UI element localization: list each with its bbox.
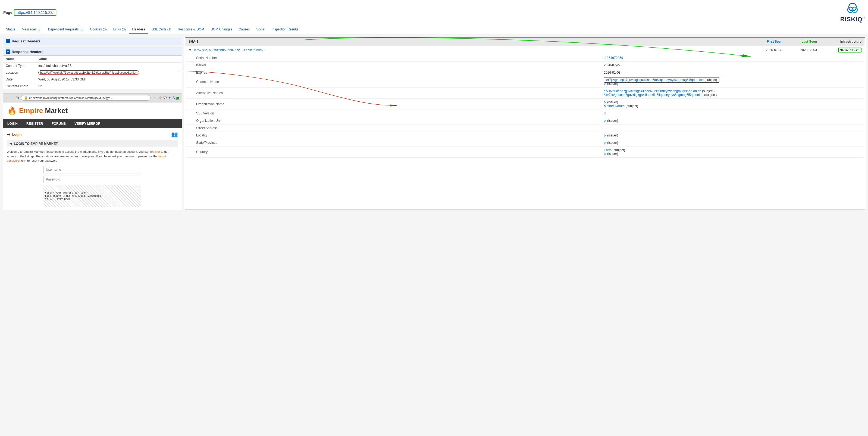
response-headers-table: Name Value Content-Type text/html; chars…: [3, 56, 182, 90]
ssl-detail-street: Street Address: [185, 124, 865, 132]
request-headers-section: + Request Headers: [3, 37, 182, 46]
field-value: -1264972259: [593, 54, 786, 62]
tab-response-dom[interactable]: Response & DOM: [175, 25, 207, 34]
header-name: Content-Type: [3, 62, 36, 69]
shield-icon[interactable]: 🛡: [163, 96, 167, 100]
field-label: Expires: [185, 69, 593, 77]
response-headers-section: + Response Headers Name Value Content-Ty…: [3, 48, 182, 90]
field-value: [593, 124, 786, 132]
empire-nav-forums[interactable]: FORUMS: [47, 119, 70, 128]
field-label: Country: [185, 146, 593, 158]
ssl-detail-locality: Locality pl (issuer): [185, 132, 865, 139]
tab-messages[interactable]: Messages (0): [19, 25, 45, 34]
ssl-detail-serial: Serial Number -1264972259: [185, 54, 865, 62]
password-input[interactable]: [43, 176, 141, 183]
response-headers-header: + Response Headers: [3, 48, 182, 56]
refresh-button[interactable]: ↻: [16, 96, 19, 100]
request-headers-header: + Request Headers: [3, 37, 182, 45]
common-name-subject: (subject): [705, 78, 717, 82]
field-label: Serial Number: [185, 54, 593, 62]
location-value: http://erj7kwqkdkl73ewsuq6stztehx2tehk2a…: [38, 70, 139, 75]
empire-nav-login[interactable]: LOGIN: [3, 119, 22, 128]
ssl-detail-common-name: Common Name er7jkvgriocpq7guvkkgkga4llla…: [185, 77, 865, 88]
field-label: State/Province: [185, 139, 593, 146]
common-name-link[interactable]: er7jkvgriocpq7guvkkgkga4lllaae6lu6ilqirm…: [607, 78, 704, 82]
screenshot-icon[interactable]: ▣: [176, 96, 180, 100]
expand-icon[interactable]: +: [6, 39, 10, 43]
common-name-box: er7jkvgriocpq7guvkkgkga4lllaae6lu6ilqirm…: [604, 77, 720, 83]
tab-ssl-certs[interactable]: SSL Certs (1): [148, 25, 175, 34]
request-headers-title: Request Headers: [12, 39, 40, 43]
username-input[interactable]: [43, 166, 141, 173]
tab-dependent-requests[interactable]: Dependent Requests (0): [45, 25, 87, 34]
extension-icon[interactable]: ✦: [168, 96, 172, 100]
tab-inspection-results[interactable]: Inspection Results: [269, 25, 302, 34]
empire-market-page: 🔥 Empire Market LOGIN REGISTER FORUMS VE…: [3, 103, 182, 210]
captcha-text-1: Verify your address bar link?: [45, 191, 140, 195]
col-first-seen: First Seen: [593, 37, 786, 46]
earth-link[interactable]: Earth: [604, 148, 612, 152]
field-label: Locality: [185, 132, 593, 139]
field-value: er7jkvgriocpq7guvkkgkga4lllaae6lu6ilqirm…: [593, 77, 786, 88]
tab-links[interactable]: Links (0): [110, 25, 129, 34]
ssl-cert-panel: SHA-1 First Seen Last Seen Infrastructur…: [185, 37, 865, 210]
empire-title: Empire Market: [19, 107, 68, 115]
login-section-title: ➡ LOGIN TO EMPIRE MARKET: [7, 140, 178, 147]
sha1-link[interactable]: a757a827682f5ccbb59b5a7c7e111579efb15e60: [194, 48, 264, 52]
tab-cookies[interactable]: Cookies (0): [87, 25, 110, 34]
mother-nature-link[interactable]: Mother Nature: [604, 104, 625, 108]
tab-causes[interactable]: Causes: [236, 25, 253, 34]
main-content: + Request Headers + Response Headers Nam…: [0, 34, 868, 213]
org-unit-pl-link[interactable]: pl: [604, 119, 607, 123]
alt-name-1-link[interactable]: er7jkvgriocpq7guvkkgkga4lllaae6lu6ilqirm…: [604, 89, 701, 93]
org-pl-link[interactable]: pl: [604, 100, 607, 104]
table-row: Date Wed, 05 Aug 2020 17:53:33 GMT: [3, 76, 182, 83]
empire-nav-verify[interactable]: VERIFY MIRROR: [70, 119, 104, 128]
ssl-detail-org-unit: Organization Unit pl (issuer): [185, 117, 865, 124]
ssl-sha-value: ▼ a757a827682f5ccbb59b5a7c7e111579efb15e…: [185, 46, 593, 54]
empire-nav-register[interactable]: REGISTER: [22, 119, 47, 128]
serial-link[interactable]: -1264972259: [604, 56, 623, 60]
alt-name-2-link[interactable]: *.er7jkvgriocpq7guvkkgkga4lllaae6lu6ilqi…: [604, 93, 703, 97]
market-word: Market: [43, 107, 68, 115]
field-value: pl (issuer): [593, 139, 786, 146]
field-value: er7jkvgriocpq7guvkkgkga4lllaae6lu6ilqirm…: [593, 88, 786, 99]
field-label: Organization Name: [185, 99, 593, 110]
left-panel: + Request Headers + Response Headers Nam…: [3, 37, 182, 210]
page-url[interactable]: https://94.140.115.23/: [14, 9, 56, 16]
ssl-last-seen: 2020-08-03: [786, 46, 820, 54]
login-icon: ➡: [9, 142, 12, 146]
more-icon[interactable]: ⋯: [154, 96, 158, 100]
sync-icon[interactable]: S: [173, 96, 175, 100]
logo-area: RISKIQ®: [840, 2, 865, 23]
nav-tabs: Status Messages (0) Dependent Requests (…: [0, 25, 868, 34]
infra-badge[interactable]: 94.140.115.23: [838, 48, 862, 53]
riskiq-logo-text: RISKIQ®: [840, 16, 865, 23]
state-pl-link[interactable]: pl: [604, 141, 607, 145]
ssl-detail-org-name: Organization Name pl (issuer) Mother Nat…: [185, 99, 865, 110]
tab-status[interactable]: Status: [3, 25, 19, 34]
field-value: pl (issuer): [593, 117, 786, 124]
table-row: Content-Type text/html; charset=utf-8: [3, 62, 182, 69]
tab-dom-changes[interactable]: DOM Changes: [207, 25, 235, 34]
collapse-icon[interactable]: ▼: [189, 48, 192, 52]
country-pl-link[interactable]: pl: [604, 152, 607, 156]
tab-headers[interactable]: Headers: [129, 25, 148, 34]
pl-issuer-link[interactable]: pl: [604, 82, 607, 86]
header-name: Content-Length: [3, 83, 36, 90]
tab-social[interactable]: Social: [253, 25, 269, 34]
header-value: 92: [36, 83, 182, 90]
col-value: Value: [36, 56, 182, 62]
header-name: Location: [3, 69, 36, 76]
login-link[interactable]: Login: [12, 133, 22, 137]
back-button[interactable]: ←: [5, 96, 9, 100]
star-icon[interactable]: ☆: [159, 96, 162, 100]
forgot-password-link[interactable]: forgot password: [7, 155, 166, 163]
locality-pl-link[interactable]: pl: [604, 134, 607, 137]
forward-button[interactable]: →: [10, 96, 14, 100]
header-value: Wed, 05 Aug 2020 17:53:33 GMT: [36, 76, 182, 83]
register-link[interactable]: register: [150, 150, 160, 153]
expand-icon-2[interactable]: +: [6, 50, 10, 54]
browser-url-text: erj7kwqkdkl73ewsuq6stztehx2tehk2aidxlex3…: [29, 96, 113, 99]
browser-url-bar[interactable]: 🔒 erj7kwqkdkl73ewsuq6stztehx2tehk2aidxle…: [21, 95, 151, 100]
